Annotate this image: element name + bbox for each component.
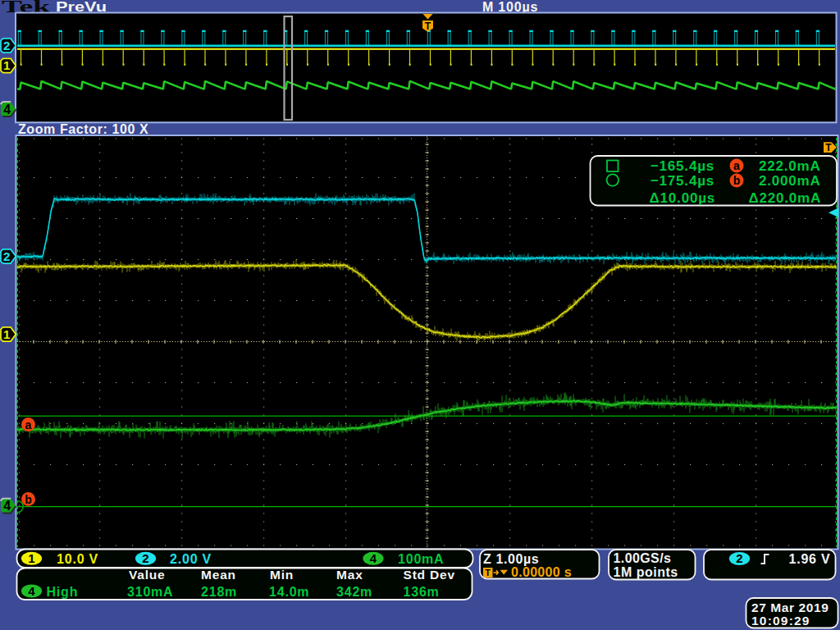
- svg-text:1.00GS/s: 1.00GS/s: [614, 551, 672, 565]
- svg-text:342m: 342m: [336, 585, 372, 599]
- svg-text:100mA: 100mA: [398, 552, 444, 566]
- svg-text:2.000mA: 2.000mA: [759, 173, 821, 189]
- svg-text:Zoom Factor: 100 X: Zoom Factor: 100 X: [18, 122, 148, 136]
- svg-text:1M points: 1M points: [614, 565, 678, 579]
- svg-text:4: 4: [3, 103, 11, 116]
- svg-text:Z 1.00µs: Z 1.00µs: [483, 552, 539, 566]
- svg-text:1.96 V: 1.96 V: [788, 552, 830, 566]
- svg-text:High: High: [47, 585, 79, 599]
- svg-text:10.0 V: 10.0 V: [57, 552, 98, 566]
- svg-text:T: T: [425, 21, 431, 32]
- svg-text:Min: Min: [270, 568, 294, 582]
- svg-text:136m: 136m: [404, 585, 440, 599]
- svg-text:222.0mA: 222.0mA: [759, 158, 821, 174]
- svg-text:b: b: [733, 174, 741, 187]
- svg-text:2: 2: [736, 551, 742, 565]
- svg-text:1: 1: [3, 58, 10, 72]
- svg-text:4: 4: [28, 584, 35, 598]
- svg-text:b: b: [25, 493, 32, 506]
- svg-text:27 Mar 2019: 27 Mar 2019: [751, 600, 829, 614]
- svg-text:T: T: [825, 142, 832, 153]
- svg-text:4: 4: [370, 551, 377, 565]
- svg-text:0.00000 s: 0.00000 s: [511, 565, 572, 579]
- svg-text:1: 1: [3, 327, 10, 341]
- svg-text:2.00 V: 2.00 V: [170, 552, 212, 566]
- svg-text:10:09:29: 10:09:29: [751, 614, 810, 628]
- svg-text:Value: Value: [129, 568, 166, 582]
- svg-text:218m: 218m: [201, 585, 237, 599]
- svg-text:2: 2: [3, 249, 10, 263]
- svg-text:2: 2: [142, 551, 148, 565]
- svg-text:Std Dev: Std Dev: [404, 568, 455, 582]
- svg-text:1: 1: [28, 551, 34, 565]
- svg-text:14.0m: 14.0m: [269, 585, 309, 599]
- svg-text:Max: Max: [336, 568, 363, 582]
- svg-text:2: 2: [3, 39, 10, 52]
- svg-text:M 100µs: M 100µs: [482, 0, 538, 14]
- svg-text:T: T: [485, 568, 491, 578]
- svg-text:310mA: 310mA: [127, 585, 173, 599]
- svg-text:a: a: [733, 159, 740, 172]
- svg-text:Δ10.00µs: Δ10.00µs: [650, 190, 715, 206]
- svg-text:Δ220.0mA: Δ220.0mA: [748, 190, 821, 206]
- svg-text:−165.4µs: −165.4µs: [651, 158, 714, 174]
- svg-text:Mean: Mean: [201, 568, 236, 582]
- svg-text:−175.4µs: −175.4µs: [651, 173, 714, 189]
- svg-text:4: 4: [3, 499, 11, 513]
- svg-text:a: a: [25, 418, 32, 431]
